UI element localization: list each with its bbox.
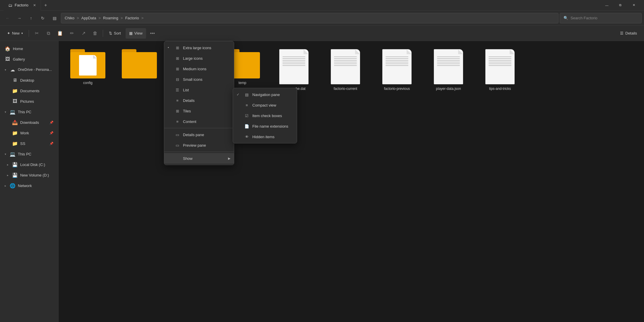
search-placeholder: Search Factorio: [571, 16, 597, 20]
main-area: 🏠 Home 🖼 Gallery ▾ ☁ OneDrive - Persona.…: [0, 41, 644, 322]
delete-button[interactable]: 🗑: [90, 28, 100, 39]
doc-line: [334, 62, 357, 62]
details-label: Details: [625, 31, 637, 35]
menu-show[interactable]: Show ▶: [164, 153, 234, 164]
menu-details[interactable]: ≡ Details: [164, 95, 234, 106]
this-pc-2-section: ▸ 💾 Local Disk (C:) ▸ 💾 New Volume (D:): [0, 159, 58, 180]
file-item-config[interactable]: config: [64, 47, 111, 93]
paste-button[interactable]: 📋: [55, 28, 65, 39]
menu-list[interactable]: ☰ List: [164, 85, 234, 95]
menu-medium-icons[interactable]: ⊞ Medium icons: [164, 64, 234, 74]
home-icon: 🏠: [5, 46, 11, 52]
submenu-file-extensions[interactable]: 📄 File name extensions: [233, 121, 297, 131]
file-item-crop-cache[interactable]: crop-cache.dat: [270, 47, 317, 93]
details-button[interactable]: ☰ Details: [616, 28, 640, 39]
menu-content[interactable]: ≡ Content: [164, 116, 234, 127]
cut-button[interactable]: ✂: [31, 28, 42, 39]
active-tab[interactable]: 🗂 Factorio ✕: [4, 0, 41, 11]
sidebar-item-onedrive[interactable]: ▾ ☁ OneDrive - Persona...: [1, 64, 57, 75]
more-button[interactable]: •••: [147, 28, 158, 39]
sidebar-item-home[interactable]: 🏠 Home: [1, 43, 57, 54]
back-button[interactable]: ←: [2, 13, 13, 23]
new-tab-button[interactable]: +: [41, 1, 50, 10]
file-item-folder2[interactable]: [116, 47, 163, 93]
sort-button[interactable]: ⇅ Sort: [105, 28, 124, 39]
tiles-label: Tiles: [183, 109, 191, 113]
sidebar-item-local-disk[interactable]: ▸ 💾 Local Disk (C:): [4, 159, 57, 170]
menu-tiles[interactable]: ⊞ Tiles: [164, 106, 234, 116]
menu-large-icons[interactable]: ⊞ Large icons: [164, 53, 234, 64]
refresh-button[interactable]: ↻: [37, 13, 48, 23]
list-label: List: [183, 88, 189, 92]
close-button[interactable]: ✕: [627, 0, 640, 11]
breadcrumb-appdata[interactable]: AppData: [81, 16, 96, 20]
sidebar-item-ss[interactable]: ▸ 📁 SS 📌: [4, 138, 57, 149]
breadcrumb-roaming[interactable]: Roaming: [103, 16, 118, 20]
new-button[interactable]: ✦ New ▾: [4, 28, 26, 39]
rename-button[interactable]: ✏: [66, 28, 77, 39]
doc-line: [489, 60, 511, 61]
sidebar-item-documents[interactable]: ▸ 📁 Documents: [4, 85, 57, 96]
share-button[interactable]: ↗: [78, 28, 89, 39]
sidebar-label-desktop: Desktop: [20, 78, 34, 83]
tab-label: Factorio: [15, 3, 28, 7]
sidebar-item-new-volume[interactable]: ▸ 💾 New Volume (D:): [4, 170, 57, 180]
view-label: View: [134, 31, 143, 35]
nav-pane-label: Navigation pane: [252, 93, 280, 97]
submenu-navigation-pane[interactable]: ✓ ▤ Navigation pane: [233, 89, 297, 100]
breadcrumb-chiko[interactable]: Chiko: [65, 16, 74, 20]
view-button[interactable]: ▦ View: [126, 28, 146, 39]
menu-preview-pane[interactable]: ▭ Preview pane: [164, 140, 234, 150]
doc-icon-player-data: [434, 49, 463, 84]
restore-button[interactable]: ⧉: [614, 0, 627, 11]
file-item-factorio-current[interactable]: factorio-current: [322, 47, 369, 93]
large-icons-label: Large icons: [183, 56, 203, 61]
submenu-hidden-items[interactable]: 👁 Hidden items: [233, 131, 297, 142]
copy-button[interactable]: ⧉: [43, 28, 54, 39]
doc-line: [386, 60, 408, 61]
toolbar-separator-1: [29, 30, 29, 37]
doc-line: [437, 58, 460, 59]
forward-button[interactable]: →: [14, 13, 25, 23]
file-name-factorio-previous: factorio-previous: [384, 87, 410, 91]
toggle-nav-button[interactable]: ▤: [49, 13, 60, 23]
up-button[interactable]: ↑: [26, 13, 36, 23]
sidebar-item-gallery[interactable]: 🖼 Gallery: [1, 54, 57, 64]
sidebar-item-desktop[interactable]: ▸ 🖥 Desktop: [4, 75, 57, 85]
file-item-tips[interactable]: tips-and-tricks: [477, 47, 523, 93]
sidebar-item-network[interactable]: ▸ 🌐 Network: [1, 180, 57, 191]
sidebar-item-this-pc[interactable]: ▾ 💻 This PC: [1, 107, 57, 117]
close-tab-icon[interactable]: ✕: [33, 3, 36, 7]
check-extra-large: •: [168, 46, 172, 50]
folder-doc: [79, 55, 97, 76]
tab-icon: 🗂: [8, 3, 12, 8]
menu-details-pane[interactable]: ▭ Details pane: [164, 129, 234, 140]
sidebar-item-work[interactable]: ▸ 📁 Work 📌: [4, 128, 57, 138]
file-item-factorio-previous[interactable]: factorio-previous: [374, 47, 420, 93]
search-bar[interactable]: 🔍 Search Factorio: [560, 13, 642, 23]
doc-line: [489, 58, 511, 59]
content-icon: ≡: [175, 119, 180, 124]
sidebar-item-this-pc-2[interactable]: ▾ 💻 This PC: [1, 149, 57, 159]
compact-view-icon: ≡: [244, 103, 249, 107]
doc-line: [437, 65, 460, 66]
submenu-item-checkboxes[interactable]: ☑ Item check boxes: [233, 110, 297, 121]
downloads-icon: 📥: [12, 120, 18, 125]
doc-lines-5: [489, 56, 511, 67]
menu-small-icons[interactable]: ⊟ Small icons: [164, 74, 234, 85]
address-bar[interactable]: Chiko > AppData > Roaming > Factorio >: [61, 13, 559, 23]
doc-icon-crop-cache: [279, 49, 309, 84]
extra-large-icon: ⊞: [175, 46, 180, 50]
sidebar-item-pictures[interactable]: ▸ 🖼 Pictures: [4, 96, 57, 107]
pin-work: 📌: [49, 131, 54, 135]
documents-icon: 📁: [12, 88, 18, 94]
submenu-compact-view[interactable]: ≡ Compact view: [233, 100, 297, 110]
sidebar-item-downloads[interactable]: ▸ 📥 Downloads 📌: [4, 117, 57, 128]
file-item-player-data[interactable]: player-data.json: [425, 47, 472, 93]
sidebar-label-gallery: Gallery: [13, 57, 25, 61]
doc-line: [386, 56, 408, 57]
menu-extra-large-icons[interactable]: • ⊞ Extra large icons: [164, 42, 234, 53]
sidebar-label-new-vol: New Volume (D:): [20, 173, 49, 177]
breadcrumb-factorio[interactable]: Factorio: [125, 16, 139, 20]
minimize-button[interactable]: —: [600, 0, 614, 11]
